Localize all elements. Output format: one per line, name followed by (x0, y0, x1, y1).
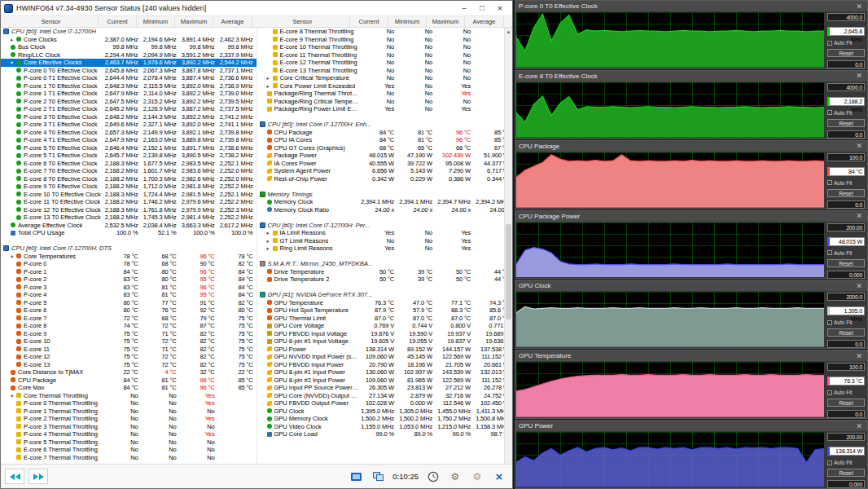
panel-close-icon[interactable]: ✕ (854, 352, 864, 360)
sensor-row-e-core-12-t0-effective-clock[interactable]: E-core 12 T0 Effective Clock2,188.3 MHz1… (1, 206, 256, 214)
expander-icon[interactable]: ▸ (267, 82, 273, 90)
axis-max-input[interactable]: 100.0 (827, 153, 865, 161)
checkbox-icon[interactable]: ✓ (827, 460, 832, 465)
sensor-row-package-power[interactable]: Package Power48.015 W47.190 W102.439 W51… (257, 152, 513, 160)
sensor-group-gpu-1-nvidia-geforce-rtx-307[interactable]: GPU [#1]: NVIDIA GeForce RTX 307... (257, 291, 513, 299)
sensor-row-gpu-core-voltage[interactable]: GPU Core Voltage0.769 V0.744 V0.800 V0.7… (257, 322, 513, 330)
sensor-row-package-ring-thermal-throttling[interactable]: Package/Ring Thermal ThrottlingNoNoYes (257, 90, 513, 98)
sensor-row-e-core-7[interactable]: E-core 772 °C68 °C79 °C75 °C (1, 315, 256, 323)
checkbox-icon[interactable]: ✓ (827, 110, 832, 115)
checkbox-icon[interactable]: ✓ (827, 320, 832, 325)
column-average[interactable]: Average (465, 16, 503, 27)
panel-close-icon[interactable]: ✕ (854, 142, 864, 150)
sensor-row-e-core-13-t0-effective-clock[interactable]: E-core 13 T0 Effective Clock2,188.2 MHz1… (1, 214, 256, 222)
axis-min-input[interactable]: 0.0 (827, 410, 865, 418)
sensor-row-gpu-8-pin-1-input-power[interactable]: GPU 8-pin #1 Input Power130.060 W102.997… (257, 368, 513, 377)
sensor-row-e-core-12-thermal-throttling[interactable]: E-core 12 Thermal ThrottlingNoNoNo (257, 59, 513, 67)
sensor-row-e-core-10-thermal-throttling[interactable]: E-core 10 Thermal ThrottlingNoNoNo (257, 43, 513, 51)
sensor-row-e-core-11[interactable]: E-core 1175 °C71 °C82 °C75 °C (1, 346, 256, 354)
sensor-row-gpu-core-nvvdd-output-power[interactable]: GPU Core (NVVDD) Output Power27.134 W2.8… (257, 392, 513, 400)
sensor-row-ia-limit-reasons[interactable]: ▸IA Limit ReasonsYesNoYes (257, 229, 513, 237)
axis-max-input[interactable]: 200.00 (827, 223, 865, 231)
axis-max-input[interactable]: 2000.0 (827, 293, 865, 301)
axis-min-input[interactable]: 0.0 (827, 60, 865, 68)
sensor-row-core-critical-temperature[interactable]: ▸Core Critical TemperatureNoNoNo (257, 74, 513, 82)
sensor-row-p-core-4-t0-effective-clock[interactable]: P-core 4 T0 Effective Clock2,657.3 MHz2,… (1, 129, 256, 137)
graph-panel-titlebar[interactable]: CPU Package Power✕ (515, 211, 867, 222)
sensor-group-cpu-0-intel-core-i7-12700h[interactable]: CPU [#0]: Intel Core i7-12700H (1, 28, 256, 36)
graph-panel-titlebar[interactable]: CPU Package✕ (515, 141, 867, 152)
reset-button[interactable]: Reset (827, 49, 865, 57)
sensor-row-p-core-3-t0-effective-clock[interactable]: P-core 3 T0 Effective Clock2,648.2 MHz2,… (1, 113, 256, 121)
vertical-scrollbar[interactable]: ▲ (504, 28, 512, 464)
sensor-row-total-cpu-usage[interactable]: Total CPU Usage100.0 %52.1 %100.0 %100.0… (1, 229, 256, 237)
sensor-row-gpu-core-load[interactable]: GPU Core Load99.0 %89.0 %99.0 %98.7 % (257, 430, 513, 438)
sensor-row-e-core-10-t0-effective-clock[interactable]: E-core 10 T0 Effective Clock2,188.3 MHz1… (1, 191, 256, 199)
sensor-row-ring-limit-reasons[interactable]: ▸Ring Limit ReasonsYesNoYes (257, 244, 513, 253)
sensor-row-e-core-9-thermal-throttling[interactable]: E-core 9 Thermal ThrottlingNoNoNo (257, 36, 513, 44)
graph-panel-titlebar[interactable]: GPU Clock✕ (515, 280, 867, 291)
sensor-row-ia-cores-power[interactable]: IA Cores Power40.555 W39.722 W95.008 W44… (257, 160, 513, 168)
sensor-group-cpu-0-intel-core-i7-12700h-dts[interactable]: CPU [#0]: Intel Core i7-12700H: DTS (1, 244, 256, 253)
sensor-row-cpu-package[interactable]: CPU Package84 °C81 °C96 °C85 °C (1, 377, 256, 385)
maximize-button[interactable]: □ (473, 2, 491, 15)
column-minimum[interactable]: Minimum (388, 16, 427, 27)
sensor-row-e-core-8-thermal-throttling[interactable]: E-core 8 Thermal ThrottlingNoNoNo (257, 28, 513, 36)
sensor-row-p-core-1-t1-effective-clock[interactable]: P-core 1 T1 Effective Clock2,647.9 MHz2,… (1, 90, 256, 98)
panel-close-icon[interactable]: ✕ (854, 282, 864, 290)
sensor-group-memory-timings[interactable]: Memory Timings (257, 191, 513, 199)
graph-panel-titlebar[interactable]: GPU Temperature✕ (515, 350, 867, 361)
sensor-row-e-core-11-thermal-throttling[interactable]: E-core 11 Thermal ThrottlingNoNoNo (257, 51, 513, 59)
expander-icon[interactable]: ▾ (11, 392, 16, 400)
sensor-row-p-core-4-t1-effective-clock[interactable]: P-core 4 T1 Effective Clock2,647.9 MHz2,… (1, 136, 256, 144)
layout-button[interactable] (369, 469, 387, 484)
sensor-row-average-effective-clock[interactable]: Average Effective Clock2,532.5 MHz2,038.… (1, 222, 256, 230)
column-maximum[interactable]: Maximum (175, 16, 213, 27)
sensor-group-cpu-0-intel-core-i7-12700h-per[interactable]: CPU [#0]: Intel Core i7-12700H: Per... (257, 222, 513, 230)
reset-button[interactable]: Reset (827, 259, 865, 267)
graph-panel-titlebar[interactable]: P-core 0 T0 Effective Clock✕ (515, 1, 867, 11)
sensor-row-gpu-power[interactable]: GPU Power138.314 W89.152 W144.157 W137.5… (257, 346, 513, 354)
panel-close-icon[interactable]: ✕ (854, 72, 864, 80)
sensor-row-p-core-5-t0-effective-clock[interactable]: P-core 5 T0 Effective Clock2,646.4 MHz2,… (1, 144, 256, 152)
panel-close-icon[interactable]: ✕ (854, 212, 864, 220)
expander-icon[interactable]: ▸ (11, 36, 16, 44)
sensor-row-core-thermal-throttling[interactable]: ▾Core Thermal ThrottlingNoNoYes (1, 392, 256, 400)
axis-min-input[interactable]: 0.000 (827, 480, 865, 488)
sensor-row-e-core-8-t0-effective-clock[interactable]: E-core 8 T0 Effective Clock2,188.2 MHz1,… (1, 175, 256, 183)
sensor-row-cpu-gt-cores-graphics[interactable]: CPU GT Cores (Graphics)68 °C65 °C68 °C67… (257, 144, 513, 152)
sensor-row-p-core-2-thermal-throttling[interactable]: P-core 2 Thermal ThrottlingNoNoYes (1, 415, 256, 423)
column-sensor[interactable]: Sensor (1, 16, 99, 27)
auto-fit-toggle[interactable]: ✓Auto Fit (827, 40, 865, 46)
sensor-row-gpu-input-pp-source-power-sum[interactable]: GPU Input PP Source Power (sum)26.305 W2… (257, 384, 513, 392)
column-average[interactable]: Average (213, 16, 252, 27)
checkbox-icon[interactable]: ✓ (827, 41, 832, 46)
scrollbar-thumb[interactable] (506, 224, 511, 320)
sensor-row-gpu-fbvdd-output-power[interactable]: GPU FBVDD Output Power102.028 W0.000 W11… (257, 399, 513, 408)
auto-fit-toggle[interactable]: ✓Auto Fit (827, 460, 865, 465)
sensor-row-gpu-memory-clock[interactable]: GPU Memory Clock1,500.2 MHz1,500.2 MHz1,… (257, 415, 513, 423)
sensor-row-drive-temperature[interactable]: Drive Temperature50 °C39 °C50 °C44 °C (257, 268, 513, 276)
sensor-row-ring-llc-clock[interactable]: Ring/LLC Clock2,294.4 MHz2,094.9 MHz3,59… (1, 51, 256, 59)
column-maximum[interactable]: Maximum (427, 16, 465, 27)
sensor-row-gpu-hot-spot-temperature[interactable]: GPU Hot Spot Temperature87.9 °C57.9 °C88… (257, 306, 513, 315)
sensor-row-package-ring-critical-temperature[interactable]: Package/Ring Critical TemperatureNoNoNo (257, 98, 513, 106)
panel-close-icon[interactable]: ✕ (854, 2, 864, 11)
sensor-row-gpu-fbvdd-input-voltage[interactable]: GPU FBVDD Input Voltage19.876 V19.590 V1… (257, 330, 513, 338)
sensor-row-e-core-13[interactable]: E-core 1375 °C72 °C82 °C75 °C (1, 361, 256, 369)
panel-close-icon[interactable]: ✕ (854, 422, 864, 430)
sensor-row-cpu-ia-cores[interactable]: CPU IA Cores84 °C81 °C96 °C85 °C (257, 136, 513, 144)
auto-fit-toggle[interactable]: ✓Auto Fit (827, 110, 865, 116)
sensor-row-e-core-6[interactable]: E-core 680 °C76 °C92 °C80 °C (1, 306, 256, 315)
sensor-row-e-core-7-thermal-throttling[interactable]: E-core 7 Thermal ThrottlingNoNoNo (1, 454, 256, 462)
axis-min-input[interactable]: 0.0 (827, 130, 865, 139)
sensor-row-gpu-8-pin-1-input-voltage[interactable]: GPU 8-pin #1 Input Voltage19.605 V19.055… (257, 337, 513, 346)
sensor-row-drive-temperature-2[interactable]: Drive Temperature 250 °C39 °C50 °C44 °C (257, 275, 513, 284)
logging-button[interactable] (347, 469, 365, 484)
configure-sensors-button[interactable]: ⚙ (468, 469, 486, 484)
sensor-group-cpu-0-intel-core-i7-12700h-enh[interactable]: CPU [#0]: Intel Core i7-12700H: Enh... (257, 121, 513, 129)
axis-max-input[interactable]: 4000.0 (827, 13, 865, 21)
sensor-row-core-power-limit-exceeded[interactable]: ▸Core Power Limit ExceededYesNoYes (257, 82, 513, 90)
sensor-row-e-core-9[interactable]: E-core 975 °C71 °C82 °C75 °C (1, 330, 256, 338)
column-sensor[interactable]: Sensor (252, 16, 350, 27)
